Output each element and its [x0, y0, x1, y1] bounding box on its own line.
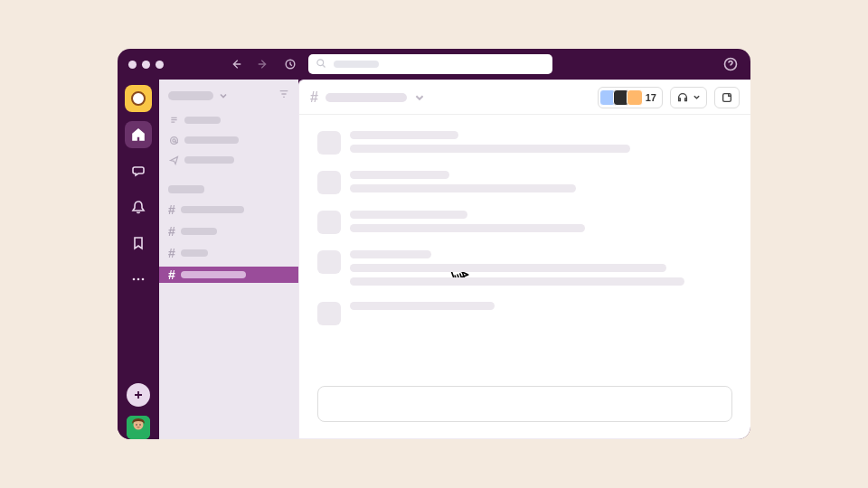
svg-point-1 [317, 59, 324, 65]
message-item[interactable] [317, 250, 732, 286]
search-placeholder [334, 61, 379, 68]
titlebar [118, 49, 750, 80]
filter-icon[interactable] [278, 89, 289, 102]
nav-forward-button[interactable] [254, 55, 272, 73]
sidebar-nav-drafts[interactable] [159, 153, 298, 167]
channel-label [181, 249, 208, 257]
rail-home[interactable] [125, 121, 152, 148]
chevron-down-icon [693, 92, 701, 103]
help-button[interactable] [722, 55, 740, 73]
window-controls[interactable] [128, 61, 164, 69]
nav-back-button[interactable] [227, 55, 245, 73]
huddle-button[interactable] [670, 87, 707, 108]
main-panel: # 17 [298, 80, 750, 439]
history-button[interactable] [281, 55, 299, 73]
sidebar-header[interactable] [159, 87, 298, 104]
rail-add-button[interactable] [127, 383, 150, 407]
mentions-icon [168, 135, 179, 145]
hash-icon: # [168, 225, 175, 238]
minimize-dot[interactable] [142, 61, 150, 69]
svg-point-8 [136, 424, 137, 426]
svg-rect-12 [723, 93, 731, 101]
message-item[interactable] [317, 171, 732, 194]
svg-point-5 [142, 278, 145, 281]
channel-label [181, 271, 246, 278]
chevron-down-icon[interactable] [414, 92, 425, 103]
chevron-down-icon [219, 91, 228, 100]
message-avatar [317, 250, 341, 274]
threads-icon [168, 115, 179, 126]
sidebar-item-label [184, 117, 221, 124]
svg-point-9 [139, 424, 141, 426]
channel-label [181, 228, 217, 235]
rail-activity[interactable] [125, 193, 152, 221]
channel-header: # 17 [299, 80, 750, 115]
app-window: # # # # # [118, 49, 750, 439]
sidebar-nav-threads[interactable] [159, 113, 298, 127]
sidebar-item-label [184, 156, 234, 164]
message-item[interactable] [317, 131, 732, 155]
message-item[interactable] [317, 211, 732, 234]
channel-sidebar: # # # # [159, 80, 298, 439]
member-avatar [627, 89, 643, 106]
message-avatar [317, 171, 341, 194]
workspace-name [168, 91, 213, 100]
members-chip[interactable]: 17 [598, 87, 663, 108]
sidebar-section-header[interactable] [159, 182, 298, 196]
member-count: 17 [646, 92, 656, 103]
drafts-icon [168, 155, 179, 165]
zoom-dot[interactable] [156, 61, 164, 69]
message-list[interactable] [299, 115, 750, 380]
hash-icon: # [168, 247, 175, 259]
message-avatar [317, 211, 341, 234]
hash-icon: # [310, 89, 318, 106]
rail-more[interactable] [125, 266, 152, 293]
workspace-icon [131, 91, 146, 106]
message-composer[interactable] [317, 386, 732, 422]
svg-point-4 [137, 278, 140, 281]
close-dot[interactable] [128, 61, 137, 69]
composer-area [299, 380, 750, 438]
hash-icon: # [168, 268, 175, 281]
search-input[interactable] [308, 54, 552, 74]
app-body: # # # # # [118, 80, 750, 439]
workspace-rail [118, 80, 159, 439]
self-avatar[interactable] [127, 416, 150, 439]
sidebar-nav-mentions[interactable] [159, 133, 298, 147]
canvas-button[interactable] [714, 87, 740, 108]
sidebar-item-label [184, 136, 239, 144]
message-avatar [317, 302, 341, 325]
channel-title[interactable] [326, 93, 407, 102]
channel-item[interactable]: # [159, 202, 298, 218]
rail-later[interactable] [125, 230, 152, 257]
hash-icon: # [168, 203, 175, 216]
section-label [168, 185, 204, 193]
channel-item[interactable]: # [159, 223, 298, 239]
workspace-switcher[interactable] [125, 85, 152, 112]
channel-item[interactable]: # [159, 245, 298, 261]
rail-dms[interactable] [125, 157, 152, 184]
svg-point-3 [133, 278, 136, 281]
message-item[interactable] [317, 302, 732, 325]
channel-item-selected[interactable]: # [159, 267, 298, 283]
channel-label [181, 206, 244, 213]
search-icon [316, 58, 326, 71]
message-avatar [317, 131, 341, 155]
